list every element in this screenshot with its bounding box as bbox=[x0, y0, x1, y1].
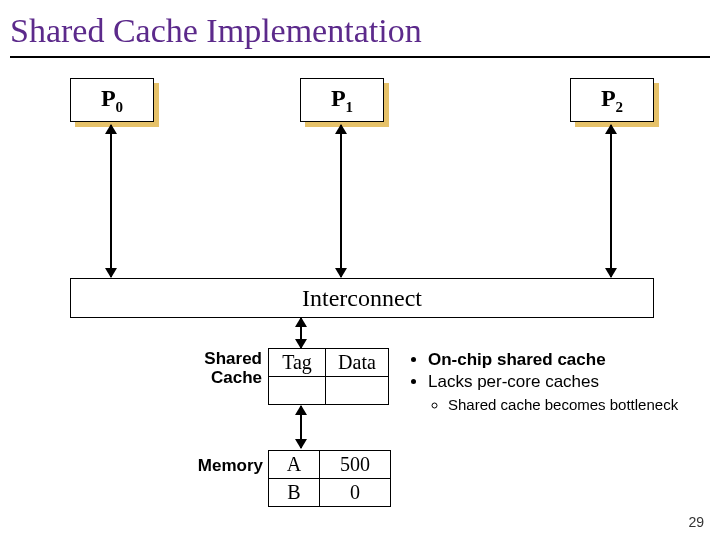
processor-p0: P0 bbox=[70, 78, 154, 122]
arrow-interconnect-cache bbox=[300, 318, 302, 348]
diagram-area: P0 P1 P2 Interconnect Shared Cache Tag D… bbox=[10, 58, 710, 518]
page-number: 29 bbox=[688, 514, 704, 530]
list-item: Lacks per-core caches Shared cache becom… bbox=[428, 372, 710, 413]
arrow-p2-interconnect bbox=[610, 125, 612, 277]
arrow-cache-memory bbox=[300, 406, 302, 448]
interconnect-label: Interconnect bbox=[302, 285, 422, 312]
cache-header-data: Data bbox=[326, 349, 389, 377]
cache-cell bbox=[326, 377, 389, 405]
arrow-p1-interconnect bbox=[340, 125, 342, 277]
table-row: B 0 bbox=[269, 479, 391, 507]
arrow-p0-interconnect bbox=[110, 125, 112, 277]
shared-cache-table: Tag Data bbox=[268, 348, 389, 405]
list-item: On-chip shared cache bbox=[428, 350, 710, 370]
memory-addr: B bbox=[269, 479, 320, 507]
interconnect-box: Interconnect bbox=[70, 278, 654, 318]
cache-cell bbox=[269, 377, 326, 405]
processor-p2-label: P2 bbox=[601, 85, 623, 116]
cache-header-tag: Tag bbox=[269, 349, 326, 377]
memory-addr: A bbox=[269, 451, 320, 479]
memory-table: A 500 B 0 bbox=[268, 450, 391, 507]
processor-p0-label: P0 bbox=[101, 85, 123, 116]
slide-title: Shared Cache Implementation bbox=[0, 0, 720, 56]
processor-p1-label: P1 bbox=[331, 85, 353, 116]
processor-p2: P2 bbox=[570, 78, 654, 122]
table-row: Tag Data bbox=[269, 349, 389, 377]
shared-cache-label: Shared Cache bbox=[182, 350, 262, 387]
memory-val: 500 bbox=[320, 451, 391, 479]
list-item: Shared cache becomes bottleneck bbox=[448, 396, 710, 413]
table-row bbox=[269, 377, 389, 405]
table-row: A 500 bbox=[269, 451, 391, 479]
memory-label: Memory bbox=[175, 456, 263, 476]
processor-p1: P1 bbox=[300, 78, 384, 122]
memory-val: 0 bbox=[320, 479, 391, 507]
bullet-list: On-chip shared cache Lacks per-core cach… bbox=[410, 348, 710, 415]
